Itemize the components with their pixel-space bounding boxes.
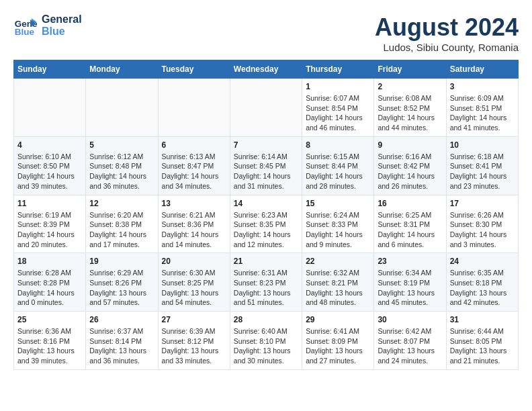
day-info: Sunrise: 6:07 AM Sunset: 8:54 PM Dayligh…: [306, 93, 370, 133]
calendar-cell: 7Sunrise: 6:14 AM Sunset: 8:45 PM Daylig…: [230, 136, 302, 195]
day-number: 30: [378, 315, 442, 324]
calendar-cell: 20Sunrise: 6:30 AM Sunset: 8:25 PM Dayli…: [158, 253, 230, 312]
day-info: Sunrise: 6:34 AM Sunset: 8:19 PM Dayligh…: [378, 268, 442, 308]
calendar-table: SundayMondayTuesdayWednesdayThursdayFrid…: [13, 60, 519, 370]
day-info: Sunrise: 6:29 AM Sunset: 8:26 PM Dayligh…: [89, 268, 154, 308]
day-info: Sunrise: 6:35 AM Sunset: 8:18 PM Dayligh…: [450, 268, 515, 308]
calendar-cell: 28Sunrise: 6:40 AM Sunset: 8:10 PM Dayli…: [230, 312, 302, 370]
day-number: 26: [89, 315, 154, 324]
calendar-cell: 9Sunrise: 6:16 AM Sunset: 8:42 PM Daylig…: [374, 136, 446, 195]
calendar-cell: 26Sunrise: 6:37 AM Sunset: 8:14 PM Dayli…: [86, 312, 158, 370]
calendar-cell: 15Sunrise: 6:24 AM Sunset: 8:33 PM Dayli…: [302, 195, 374, 253]
day-header-sunday: Sunday: [14, 60, 86, 79]
day-info: Sunrise: 6:10 AM Sunset: 8:50 PM Dayligh…: [17, 152, 82, 191]
day-info: Sunrise: 6:21 AM Sunset: 8:36 PM Dayligh…: [162, 210, 226, 250]
calendar-cell: 6Sunrise: 6:13 AM Sunset: 8:47 PM Daylig…: [158, 136, 230, 195]
day-info: Sunrise: 6:40 AM Sunset: 8:10 PM Dayligh…: [234, 326, 298, 366]
calendar-cell: 12Sunrise: 6:20 AM Sunset: 8:38 PM Dayli…: [86, 195, 158, 253]
day-number: 31: [450, 315, 515, 324]
day-info: Sunrise: 6:23 AM Sunset: 8:35 PM Dayligh…: [234, 210, 298, 250]
calendar-cell: 10Sunrise: 6:18 AM Sunset: 8:41 PM Dayli…: [446, 136, 518, 195]
page-header: General Blue General Blue August 2024 Lu…: [13, 13, 519, 53]
calendar-cell: 25Sunrise: 6:36 AM Sunset: 8:16 PM Dayli…: [14, 312, 86, 370]
calendar-cell: 14Sunrise: 6:23 AM Sunset: 8:35 PM Dayli…: [230, 195, 302, 253]
month-title: August 2024: [375, 13, 519, 42]
day-headers-row: SundayMondayTuesdayWednesdayThursdayFrid…: [14, 60, 519, 79]
day-info: Sunrise: 6:28 AM Sunset: 8:28 PM Dayligh…: [17, 268, 82, 308]
week-row-4: 18Sunrise: 6:28 AM Sunset: 8:28 PM Dayli…: [14, 253, 519, 312]
calendar-cell: 2Sunrise: 6:08 AM Sunset: 8:52 PM Daylig…: [374, 79, 446, 137]
day-number: 17: [450, 199, 515, 208]
day-number: 20: [162, 257, 226, 266]
day-info: Sunrise: 6:09 AM Sunset: 8:51 PM Dayligh…: [450, 93, 515, 133]
calendar-cell: 23Sunrise: 6:34 AM Sunset: 8:19 PM Dayli…: [374, 253, 446, 312]
day-number: 4: [17, 140, 82, 150]
calendar-cell: 21Sunrise: 6:31 AM Sunset: 8:23 PM Dayli…: [230, 253, 302, 312]
calendar-cell: 27Sunrise: 6:39 AM Sunset: 8:12 PM Dayli…: [158, 312, 230, 370]
day-number: 10: [450, 140, 515, 150]
calendar-cell: 11Sunrise: 6:19 AM Sunset: 8:39 PM Dayli…: [14, 195, 86, 253]
calendar-cell: 8Sunrise: 6:15 AM Sunset: 8:44 PM Daylig…: [302, 136, 374, 195]
day-number: 6: [162, 140, 226, 150]
day-number: 29: [306, 315, 370, 324]
calendar-cell: 4Sunrise: 6:10 AM Sunset: 8:50 PM Daylig…: [14, 136, 86, 195]
day-number: 25: [17, 315, 82, 324]
day-number: 22: [306, 257, 370, 266]
day-info: Sunrise: 6:08 AM Sunset: 8:52 PM Dayligh…: [378, 93, 442, 133]
day-info: Sunrise: 6:25 AM Sunset: 8:31 PM Dayligh…: [378, 210, 442, 250]
day-header-wednesday: Wednesday: [230, 60, 302, 79]
week-row-2: 4Sunrise: 6:10 AM Sunset: 8:50 PM Daylig…: [14, 136, 519, 195]
calendar-cell: 18Sunrise: 6:28 AM Sunset: 8:28 PM Dayli…: [14, 253, 86, 312]
day-info: Sunrise: 6:36 AM Sunset: 8:16 PM Dayligh…: [17, 326, 82, 366]
day-header-tuesday: Tuesday: [158, 60, 230, 79]
day-info: Sunrise: 6:30 AM Sunset: 8:25 PM Dayligh…: [162, 268, 226, 308]
day-info: Sunrise: 6:31 AM Sunset: 8:23 PM Dayligh…: [234, 268, 298, 308]
svg-text:Blue: Blue: [15, 27, 35, 37]
day-header-saturday: Saturday: [446, 60, 518, 79]
calendar-cell: 31Sunrise: 6:44 AM Sunset: 8:05 PM Dayli…: [446, 312, 518, 370]
day-number: 13: [162, 199, 226, 208]
week-row-3: 11Sunrise: 6:19 AM Sunset: 8:39 PM Dayli…: [14, 195, 519, 253]
logo-icon: General Blue: [13, 13, 38, 38]
calendar-cell: 1Sunrise: 6:07 AM Sunset: 8:54 PM Daylig…: [302, 79, 374, 137]
day-number: 14: [234, 199, 298, 208]
day-info: Sunrise: 6:24 AM Sunset: 8:33 PM Dayligh…: [306, 210, 370, 250]
calendar-cell: 29Sunrise: 6:41 AM Sunset: 8:09 PM Dayli…: [302, 312, 374, 370]
day-number: 2: [378, 82, 442, 91]
day-header-monday: Monday: [86, 60, 158, 79]
calendar-cell: 3Sunrise: 6:09 AM Sunset: 8:51 PM Daylig…: [446, 79, 518, 137]
calendar-cell: 24Sunrise: 6:35 AM Sunset: 8:18 PM Dayli…: [446, 253, 518, 312]
day-info: Sunrise: 6:39 AM Sunset: 8:12 PM Dayligh…: [162, 326, 226, 366]
day-info: Sunrise: 6:16 AM Sunset: 8:42 PM Dayligh…: [378, 152, 442, 191]
calendar-cell: 5Sunrise: 6:12 AM Sunset: 8:48 PM Daylig…: [86, 136, 158, 195]
calendar-cell: 22Sunrise: 6:32 AM Sunset: 8:21 PM Dayli…: [302, 253, 374, 312]
day-number: 23: [378, 257, 442, 266]
day-header-friday: Friday: [374, 60, 446, 79]
day-number: 9: [378, 140, 442, 150]
calendar-cell: [230, 79, 302, 137]
day-info: Sunrise: 6:14 AM Sunset: 8:45 PM Dayligh…: [234, 152, 298, 191]
calendar-cell: [158, 79, 230, 137]
day-number: 24: [450, 257, 515, 266]
day-info: Sunrise: 6:44 AM Sunset: 8:05 PM Dayligh…: [450, 326, 515, 366]
day-number: 16: [378, 199, 442, 208]
day-info: Sunrise: 6:18 AM Sunset: 8:41 PM Dayligh…: [450, 152, 515, 191]
day-number: 12: [89, 199, 154, 208]
calendar-cell: [14, 79, 86, 137]
calendar-cell: 13Sunrise: 6:21 AM Sunset: 8:36 PM Dayli…: [158, 195, 230, 253]
day-info: Sunrise: 6:20 AM Sunset: 8:38 PM Dayligh…: [89, 210, 154, 250]
day-info: Sunrise: 6:12 AM Sunset: 8:48 PM Dayligh…: [89, 152, 154, 191]
calendar-cell: 17Sunrise: 6:26 AM Sunset: 8:30 PM Dayli…: [446, 195, 518, 253]
logo: General Blue General Blue: [13, 13, 82, 38]
week-row-1: 1Sunrise: 6:07 AM Sunset: 8:54 PM Daylig…: [14, 79, 519, 137]
day-info: Sunrise: 6:42 AM Sunset: 8:07 PM Dayligh…: [378, 326, 442, 366]
calendar-cell: 19Sunrise: 6:29 AM Sunset: 8:26 PM Dayli…: [86, 253, 158, 312]
day-number: 5: [89, 140, 154, 150]
day-info: Sunrise: 6:32 AM Sunset: 8:21 PM Dayligh…: [306, 268, 370, 308]
day-info: Sunrise: 6:41 AM Sunset: 8:09 PM Dayligh…: [306, 326, 370, 366]
day-number: 7: [234, 140, 298, 150]
calendar-cell: [86, 79, 158, 137]
title-area: August 2024 Ludos, Sibiu County, Romania: [375, 13, 519, 53]
day-number: 1: [306, 82, 370, 91]
day-number: 18: [17, 257, 82, 266]
